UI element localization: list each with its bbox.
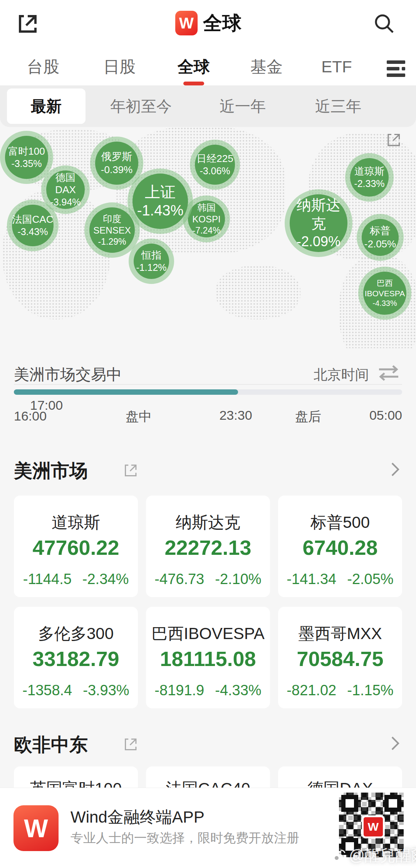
index-change-abs: -1358.4 [22,682,72,698]
index-change: -1144.5-2.34% [14,571,138,588]
index-name: 道琼斯 [14,512,138,533]
timezone-swap-icon[interactable] [377,364,401,382]
bubble-pct: -2.09% [297,233,341,250]
index-name: 巴西IBOVESPA [146,623,270,644]
qr-finder-tr [384,795,401,812]
tab-japan[interactable]: 日股 [103,57,136,77]
section-title-eafe: 欧非中东 [14,733,88,757]
eafe-share-icon[interactable] [122,736,139,753]
bubble-pct: -3.94% [50,196,81,208]
tab-taiwan[interactable]: 台股 [27,57,59,77]
index-name: 多伦多300 [14,623,138,644]
tab-global[interactable]: 全球 [178,57,210,77]
bubble-name: 韩国KOSPI [188,202,225,225]
period-tab-latest[interactable]: 最新 [7,88,86,124]
session-progress-fill [14,389,238,395]
index-card[interactable]: 墨西哥MXX70584.75-821.02-1.15% [278,607,402,708]
top-bar: W 全球 台股日股全球基金ETF [0,0,416,85]
bubble-pct: -1.43% [137,202,183,220]
map-land-oceania [216,265,300,319]
index-value: 70584.75 [278,647,402,671]
market-bubble[interactable]: 印度SENSEX-1.29% [89,207,135,253]
americas-share-icon[interactable] [122,462,139,479]
market-bubble[interactable]: 标普-2.05% [362,219,399,256]
index-card[interactable]: 巴西IBOVESPA181115.08-8191.9-4.33% [146,607,270,708]
bubble-name: 法国CAC [12,213,54,226]
index-change-abs: -476.73 [154,571,204,587]
index-card[interactable]: 纳斯达克22272.13-476.73-2.10% [146,496,270,597]
index-change: -141.34-2.05% [278,571,402,588]
market-bubble[interactable]: 法国CAC-3.43% [12,205,54,246]
section-title-americas: 美洲市场 [14,459,88,483]
market-bubble[interactable]: 富时100-3.35% [5,136,48,179]
share-icon[interactable] [16,13,39,35]
index-card[interactable]: 多伦多30033182.79-1358.4-3.93% [14,607,138,708]
index-change-pct: -4.33% [215,682,261,698]
index-change-abs: -141.34 [287,571,336,587]
period-tab-3y[interactable]: 近三年 [315,85,361,127]
index-name: 墨西哥MXX [278,623,402,644]
eafe-chevron-icon[interactable] [391,736,400,751]
bubble-pct: -2.33% [354,178,384,190]
market-bubble[interactable]: 韩国KOSPI-7.24% [188,200,225,237]
bubble-name: 上证 [145,182,176,202]
period-tab-ytd[interactable]: 年初至今 [110,85,172,127]
tab-etf[interactable]: ETF [321,57,352,77]
bubble-pct: -3.35% [11,158,42,170]
session-time-label: 盘后 [295,408,321,426]
more-markets-icon[interactable] [387,60,405,77]
wind-app-icon: W [13,805,59,851]
index-value: 181115.08 [146,647,270,671]
index-change: -1358.4-3.93% [14,682,138,699]
index-value: 47760.22 [14,536,138,559]
weibo-icon [330,849,346,863]
session-divider [14,384,402,385]
market-bubble[interactable]: 恒指-1.12% [134,244,169,279]
tab-funds[interactable]: 基金 [250,57,283,77]
index-change: -476.73-2.10% [146,571,270,588]
market-bubble[interactable]: 纳斯达克-2.09% [290,194,347,252]
session-time-label: 05:00 [369,408,402,423]
bubble-pct: -4.33% [372,299,397,308]
index-value: 22272.13 [146,536,270,559]
weibo-watermark: @醒兒醒爾 [330,845,416,866]
world-market-map: 富时100-3.35%法国CAC-3.43%德国DAX-3.94%俄罗斯-0.3… [0,127,416,348]
session-status-label: 美洲市场交易中 [14,364,122,385]
index-change-pct: -2.10% [215,571,261,587]
market-bubble[interactable]: 巴西IBOVESPA-4.33% [363,272,406,315]
session-time-label: 盘中 [126,408,152,426]
map-share-icon[interactable] [385,131,403,149]
index-change: -821.02-1.15% [278,682,402,699]
session-progress-bar [14,389,402,395]
bubble-name: 巴西IBOVESPA [363,278,406,299]
index-change-pct: -2.34% [82,571,129,587]
index-card[interactable]: 道琼斯47760.22-1144.5-2.34% [14,496,138,597]
market-bubble[interactable]: 上证-1.43% [133,174,188,229]
wind-app-screen: W 全球 台股日股全球基金ETF 最新年初至今近一年近三年近五年 [0,0,416,868]
index-value: 33182.79 [14,647,138,671]
bubble-pct: -0.39% [101,164,133,176]
market-bubble[interactable]: 日经225-3.06% [195,145,235,185]
market-bubble[interactable]: 德国DAX-3.94% [46,170,85,209]
index-card[interactable]: 标普5006740.28-141.34-2.05% [278,496,402,597]
market-bubble[interactable]: 俄罗斯-0.39% [95,142,138,185]
bubble-name: 俄罗斯 [101,150,133,164]
index-change: -8191.9-4.33% [146,682,270,699]
index-change-abs: -821.02 [287,682,336,698]
index-change-abs: -1144.5 [23,571,72,587]
bubble-name: 纳斯达克 [290,196,347,233]
search-icon[interactable] [372,12,396,35]
active-tab-underline [183,82,204,85]
index-change-pct: -1.15% [347,682,393,698]
americas-chevron-icon[interactable] [391,462,400,477]
bubble-name: 德国DAX [46,171,85,196]
bubble-pct: -3.06% [200,165,230,177]
period-tab-1y[interactable]: 近一年 [220,85,266,127]
bubble-name: 标普 [370,225,391,238]
bubble-name: 富时100 [8,145,45,158]
bubble-pct: -3.43% [17,226,48,238]
market-bubble[interactable]: 道琼斯-2.33% [350,158,389,197]
banner-title: Wind金融终端APP [70,806,205,828]
bubble-name: 日经225 [196,152,233,165]
index-change-abs: -8191.9 [154,682,204,698]
